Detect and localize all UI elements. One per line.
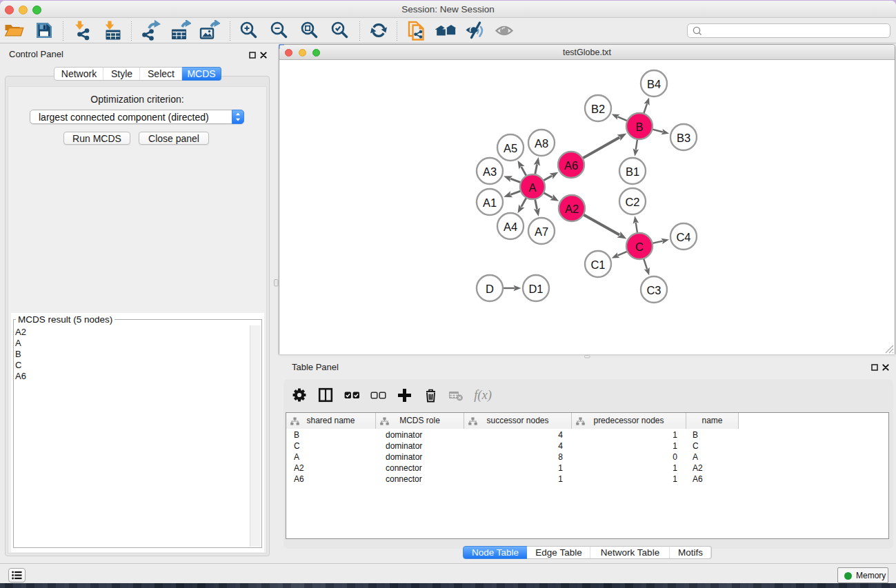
svg-text:f(x): f(x) xyxy=(474,388,492,403)
svg-text:C: C xyxy=(635,241,644,253)
svg-text:D1: D1 xyxy=(528,283,543,295)
svg-text:A1: A1 xyxy=(483,196,497,209)
svg-text:A: A xyxy=(528,181,536,194)
svg-text:B: B xyxy=(635,121,643,133)
svg-text:C1: C1 xyxy=(590,258,605,271)
svg-text:A5: A5 xyxy=(504,142,517,154)
svg-text:B3: B3 xyxy=(677,132,690,144)
svg-text:B4: B4 xyxy=(647,78,661,90)
svg-text:C2: C2 xyxy=(625,196,639,208)
svg-text:B1: B1 xyxy=(626,165,639,178)
svg-text:A4: A4 xyxy=(504,221,517,233)
svg-text:C3: C3 xyxy=(646,284,661,296)
svg-text:A6: A6 xyxy=(564,159,578,172)
svg-text:A7: A7 xyxy=(535,225,548,238)
svg-text:B2: B2 xyxy=(591,103,605,115)
svg-text:A8: A8 xyxy=(535,137,548,150)
svg-text:A2: A2 xyxy=(565,203,579,215)
svg-text:C4: C4 xyxy=(676,231,690,243)
svg-text:A3: A3 xyxy=(483,165,497,178)
svg-text:D: D xyxy=(486,283,494,295)
